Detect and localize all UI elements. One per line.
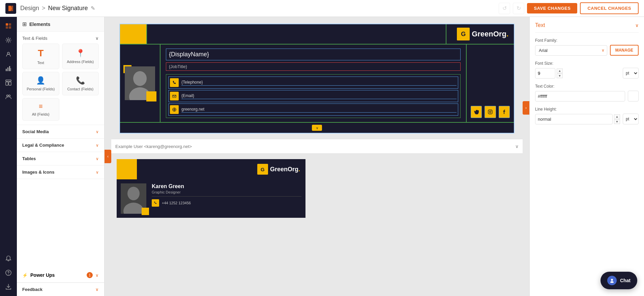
contact-element-label: Contact (Fields)	[67, 87, 93, 91]
preview-logo-box	[117, 159, 137, 179]
line-height-up[interactable]: ▲	[614, 114, 620, 119]
text-fields-header[interactable]: Text & Fields ∨	[22, 36, 99, 41]
sidebar-item-templates[interactable]	[2, 76, 15, 89]
elements-header: ⊞ Elements	[17, 17, 104, 32]
sidebar-item-export[interactable]	[2, 280, 15, 293]
email-preview-chevron[interactable]: ∨	[515, 144, 519, 149]
undo-button[interactable]: ↺	[499, 3, 510, 14]
personal-element-label: Personal (Fields)	[27, 87, 55, 91]
sig-bottom-arrow: ∨	[120, 123, 514, 133]
sig-email-text: {Email}	[181, 93, 457, 99]
svg-rect-8	[9, 66, 10, 71]
sig-facebook-icon[interactable]	[499, 106, 510, 118]
tables-section[interactable]: Tables ∨	[17, 152, 104, 166]
images-icons-chevron: ∨	[96, 170, 99, 175]
font-family-group: Font Family: Arial Helvetica Times New R…	[535, 38, 639, 56]
font-family-label: Font Family:	[535, 38, 639, 43]
line-height-label: Line Height:	[535, 107, 639, 112]
all-fields-element[interactable]: ≡ All {Fields}	[22, 98, 59, 121]
images-icons-section[interactable]: Images & Icons ∨	[17, 166, 104, 179]
personal-element[interactable]: 👤 Personal (Fields)	[22, 72, 59, 95]
sig-photo-col[interactable]	[120, 45, 160, 122]
canvas-area: ‹ › G	[105, 17, 529, 296]
svg-rect-22	[488, 110, 492, 114]
sig-website-row[interactable]: greenorg.net	[168, 103, 458, 116]
feedback-header[interactable]: Feedback ∨	[22, 287, 99, 292]
preview-g-icon: G	[257, 164, 268, 175]
save-changes-button[interactable]: SAVE CHANGES	[527, 3, 577, 13]
power-ups-header[interactable]: ⚡ Power Ups 1 ∨	[17, 268, 104, 282]
sidebar-item-settings[interactable]	[2, 34, 15, 47]
contact-element[interactable]: 📞 Contact (Fields)	[62, 72, 99, 95]
preview-name: Karen Green	[152, 183, 301, 189]
power-ups-section: ⚡ Power Ups 1 ∨	[17, 268, 104, 283]
sig-body-row: {DisplayName} {JobTitle} {Telephone}	[120, 45, 514, 123]
svg-rect-2	[6, 26, 8, 29]
greenorg-brand-name: GreenOrg.	[472, 30, 508, 38]
sig-logo-box[interactable]	[120, 24, 147, 44]
sidebar-item-help[interactable]	[2, 266, 15, 279]
social-media-chevron: ∨	[96, 129, 99, 134]
sig-job-title[interactable]: {JobTitle}	[166, 62, 461, 71]
legal-compliance-section[interactable]: Legal & Compliance ∨	[17, 139, 104, 152]
sig-telephone-row[interactable]: {Telephone}	[168, 77, 458, 89]
text-color-input[interactable]	[535, 91, 625, 101]
signature-card-inner: G GreenOrg.	[120, 24, 514, 133]
svg-rect-6	[6, 69, 7, 71]
sidebar-item-analytics[interactable]	[2, 62, 15, 75]
address-element[interactable]: 📍 Address (Fields)	[62, 43, 99, 69]
svg-point-24	[491, 111, 492, 111]
sig-title-area[interactable]	[147, 24, 446, 44]
elements-title: Elements	[29, 22, 50, 27]
collapse-left-button[interactable]: ‹	[105, 150, 111, 163]
font-size-unit-select[interactable]: pt px em	[623, 68, 639, 79]
power-ups-chevron: ∨	[95, 273, 99, 278]
font-family-select[interactable]: Arial Helvetica Times New Roman Georgia	[535, 45, 607, 56]
text-element-label: Text	[37, 61, 44, 65]
manage-fonts-button[interactable]: MANAGE	[610, 45, 639, 56]
canvas-scroll[interactable]: ‹ › G	[105, 17, 529, 296]
sidebar-item-teams[interactable]	[2, 90, 15, 103]
svg-point-16	[8, 274, 9, 275]
font-size-down[interactable]: ▼	[557, 73, 563, 78]
sig-email-row[interactable]: {Email}	[168, 90, 458, 102]
text-element[interactable]: T Text	[22, 43, 59, 69]
sig-telephone-icon	[170, 78, 179, 87]
text-color-row	[535, 91, 639, 101]
preview-logo-placeholder	[120, 163, 133, 176]
line-height-unit-select[interactable]: pt px em	[623, 114, 639, 124]
right-panel: Text ∨ Font Family: Arial Helvetica Time…	[529, 17, 644, 296]
sig-instagram-icon[interactable]	[485, 106, 496, 118]
app-logo	[5, 3, 16, 14]
breadcrumb-design[interactable]: Design	[20, 5, 39, 12]
line-height-down[interactable]: ▼	[614, 119, 620, 124]
contact-element-icon: 📞	[76, 76, 85, 85]
breadcrumb-current: New Signature	[48, 5, 88, 12]
right-panel-chevron[interactable]: ∨	[635, 23, 639, 28]
social-media-section[interactable]: Social Media ∨	[17, 125, 104, 139]
preview-brand-name: GreenOrg.	[270, 166, 300, 173]
redo-button[interactable]: ↻	[513, 3, 524, 14]
font-size-label: Font Size:	[535, 61, 639, 66]
email-preview-input[interactable]	[115, 144, 513, 149]
sig-display-name[interactable]: {DisplayName}	[166, 49, 461, 60]
sidebar-item-notifications[interactable]	[2, 252, 15, 265]
collapse-right-button[interactable]: ›	[523, 101, 529, 115]
font-size-input[interactable]	[535, 68, 555, 79]
line-height-input[interactable]	[535, 114, 613, 124]
sidebar-item-users[interactable]	[2, 48, 15, 61]
sidebar-item-design[interactable]	[2, 20, 15, 32]
font-size-up[interactable]: ▲	[557, 68, 563, 73]
text-color-swatch[interactable]	[628, 91, 639, 101]
sig-twitter-icon[interactable]	[471, 106, 482, 118]
cancel-changes-button[interactable]: CANCEL CHANGES	[580, 2, 639, 14]
edit-title-icon[interactable]: ✎	[91, 5, 95, 11]
chat-button[interactable]: Chat	[601, 272, 637, 289]
preview-card: G GreenOrg.	[117, 159, 305, 218]
sig-collapse-button[interactable]: ∨	[312, 125, 322, 131]
font-size-spinner: ▲ ▼	[557, 68, 563, 78]
svg-point-23	[489, 111, 491, 113]
svg-rect-0	[6, 23, 8, 26]
feedback-label: Feedback	[22, 287, 42, 292]
social-media-label: Social Media	[22, 129, 49, 134]
